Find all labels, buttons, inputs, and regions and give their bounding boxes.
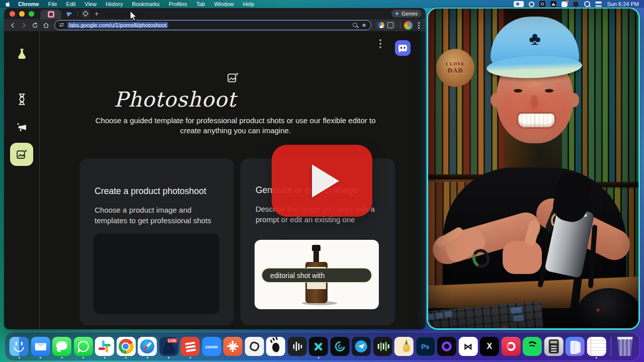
menu-tab[interactable]: Tab bbox=[192, 1, 210, 7]
home-button[interactable] bbox=[41, 21, 50, 30]
card-body: Choose a product image and templates to … bbox=[95, 205, 220, 226]
flask-icon bbox=[16, 48, 28, 60]
trash-dock-icon[interactable] bbox=[615, 336, 635, 356]
zoom-dock-icon[interactable]: zoom bbox=[201, 336, 221, 356]
sidebar-item-announcements[interactable] bbox=[10, 116, 33, 139]
dock-divider bbox=[608, 336, 614, 356]
ecamm-live-dock-icon[interactable]: LIVE bbox=[158, 336, 179, 356]
minimize-window-button[interactable] bbox=[19, 11, 25, 17]
claude-dock-icon[interactable] bbox=[223, 336, 243, 356]
farrago-dock-icon[interactable] bbox=[372, 336, 392, 356]
menu-edit[interactable]: Edit bbox=[61, 1, 80, 7]
slack-dock-icon[interactable] bbox=[95, 336, 115, 356]
control-center-icon[interactable] bbox=[595, 2, 602, 7]
address-bar[interactable]: labs.google.com/u/1/pomelli/photoshoot ★ bbox=[54, 20, 371, 30]
chrome-dock-icon[interactable] bbox=[116, 336, 136, 356]
url-text[interactable]: labs.google.com/u/1/pomelli/photoshoot bbox=[67, 22, 168, 28]
play-triangle-icon bbox=[312, 164, 339, 198]
product-preview-panel: YOURBRAND editorial shot with bbox=[255, 240, 379, 309]
extension-icon[interactable] bbox=[378, 22, 384, 28]
mouse-cursor bbox=[130, 11, 139, 23]
safari-dock-icon[interactable] bbox=[137, 336, 157, 356]
settings-menulet-icon[interactable] bbox=[529, 2, 534, 7]
record-menulet-icon[interactable] bbox=[539, 1, 545, 7]
chat-bubble-icon bbox=[398, 45, 407, 51]
back-button[interactable] bbox=[8, 21, 17, 30]
menu-chrome[interactable]: Chrome bbox=[14, 1, 44, 7]
sidebar-item-photoshoot[interactable] bbox=[10, 143, 33, 166]
snap-hand-app-dock-icon[interactable] bbox=[266, 336, 286, 356]
screenshot-menulet-icon[interactable] bbox=[550, 1, 556, 7]
spotlight-icon[interactable] bbox=[584, 1, 590, 7]
forward-button[interactable] bbox=[19, 21, 28, 30]
opal-app-dock-icon[interactable] bbox=[501, 336, 521, 356]
telegram-dock-icon[interactable] bbox=[351, 336, 371, 356]
pinned-tab-gemini[interactable] bbox=[66, 10, 73, 17]
new-tab-button[interactable]: + bbox=[95, 9, 99, 19]
active-tab[interactable] bbox=[40, 10, 61, 19]
video-play-button[interactable] bbox=[272, 145, 372, 217]
labs-sidebar bbox=[4, 31, 40, 329]
close-window-button[interactable] bbox=[10, 11, 15, 17]
tab-separator bbox=[77, 11, 78, 17]
mail-dock-icon[interactable] bbox=[30, 336, 50, 356]
menubar-menus: ChromeFileEditViewHistoryBookmarksProfil… bbox=[14, 0, 259, 8]
whatsapp-dock-icon[interactable] bbox=[73, 336, 93, 356]
photoshoot-header-icon bbox=[226, 71, 239, 86]
audio-levels-app-dock-icon[interactable] bbox=[287, 336, 307, 356]
spotify-dock-icon[interactable] bbox=[522, 336, 542, 356]
menu-help[interactable]: Help bbox=[238, 1, 259, 7]
teal-star-app-dock-icon[interactable] bbox=[308, 336, 329, 356]
menu-profiles[interactable]: Profiles bbox=[164, 1, 192, 7]
macos-menubar: ChromeFileEditViewHistoryBookmarksProfil… bbox=[0, 0, 644, 8]
profile-avatar[interactable] bbox=[404, 21, 413, 30]
pinned-tab-diamond[interactable] bbox=[81, 10, 90, 18]
page-zoom-icon[interactable] bbox=[353, 23, 358, 28]
create-photoshoot-card[interactable]: Create a product photoshoot Choose a pro… bbox=[79, 158, 234, 325]
purple-ring-app-dock-icon[interactable] bbox=[437, 336, 457, 356]
zoom-window-button[interactable] bbox=[29, 11, 34, 17]
page-menu-icon[interactable] bbox=[379, 43, 381, 45]
camo-app-dock-icon[interactable] bbox=[330, 336, 350, 356]
browser-menu-icon[interactable] bbox=[418, 25, 420, 26]
apple-menu-icon[interactable] bbox=[5, 0, 11, 8]
finder-dock-icon[interactable] bbox=[9, 336, 29, 356]
photoshop-dock-icon[interactable]: Ps bbox=[415, 336, 435, 356]
template-thumbnails bbox=[94, 234, 219, 314]
x-twitter-dock-icon[interactable]: X bbox=[479, 336, 500, 356]
tab-share-icon[interactable] bbox=[387, 22, 393, 28]
gemini-button[interactable]: Gemini bbox=[391, 10, 422, 18]
menu-file[interactable]: File bbox=[44, 1, 62, 7]
pineapple-cocktail-app-dock-icon[interactable] bbox=[394, 336, 414, 356]
notes-dock-icon[interactable] bbox=[586, 336, 606, 356]
labs-favicon bbox=[48, 11, 54, 18]
reload-button[interactable] bbox=[30, 21, 39, 30]
prompt-input[interactable]: editorial shot with bbox=[262, 268, 372, 283]
screen-mirroring-icon[interactable] bbox=[514, 1, 524, 7]
todoist-dock-icon[interactable] bbox=[180, 336, 200, 356]
sidebar-item-labs[interactable] bbox=[10, 42, 33, 65]
image-sparkle-icon bbox=[16, 148, 28, 161]
chat-widget-button[interactable] bbox=[395, 40, 411, 56]
capcut-dock-icon[interactable]: ⋈ bbox=[458, 336, 478, 356]
menubar-clock[interactable]: Sun 6:24 PM bbox=[607, 0, 639, 8]
menu-view[interactable]: View bbox=[80, 1, 101, 7]
gemini-label: Gemini bbox=[401, 11, 418, 17]
vignette bbox=[428, 9, 638, 328]
bookmark-star-icon[interactable]: ★ bbox=[361, 22, 367, 28]
site-settings-icon[interactable] bbox=[59, 21, 64, 30]
messages-dock-icon[interactable] bbox=[52, 336, 72, 356]
menu-bookmarks[interactable]: Bookmarks bbox=[127, 1, 164, 7]
notification-menulet-icon[interactable] bbox=[561, 2, 568, 7]
webcam-overlay: I LOVE DAD IF I RAN ♣ bbox=[427, 7, 640, 330]
iphone-mirroring-dock-icon[interactable] bbox=[565, 336, 585, 356]
desktop-background: ChromeFileEditViewHistoryBookmarksProfil… bbox=[0, 0, 644, 362]
card-title: Create a product photoshoot bbox=[95, 186, 234, 197]
megaphone-sparkle-icon bbox=[16, 121, 28, 134]
calculator-dock-icon[interactable] bbox=[543, 336, 564, 356]
focus-menulet-icon[interactable] bbox=[573, 1, 579, 8]
menu-history[interactable]: History bbox=[101, 1, 127, 7]
chatgpt-dock-icon[interactable] bbox=[244, 336, 264, 356]
page-title: Photoshoot bbox=[4, 87, 346, 112]
menu-window[interactable]: Window bbox=[210, 1, 238, 7]
